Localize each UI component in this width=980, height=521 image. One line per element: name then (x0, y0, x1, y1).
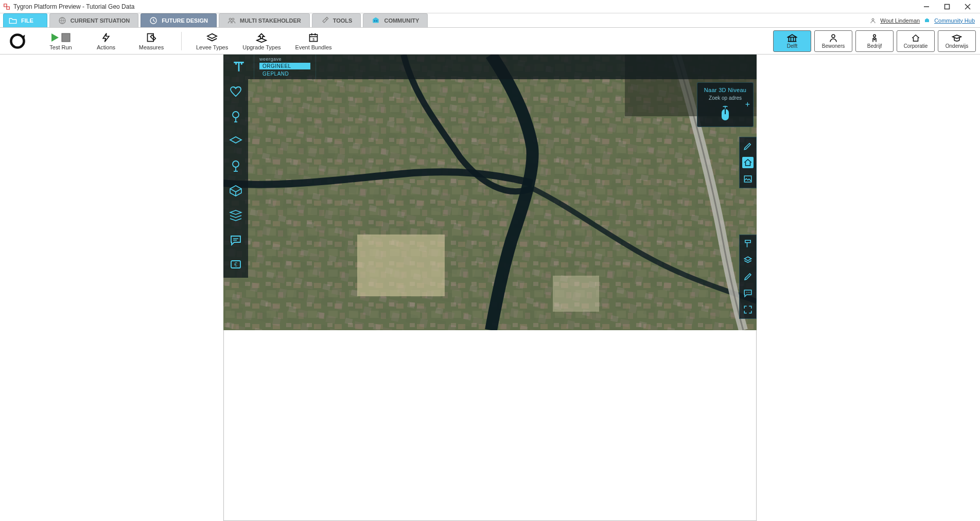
svg-text:€: € (234, 262, 237, 267)
map-left-toolbar: € (223, 79, 248, 278)
upgradetypes-group[interactable]: Upgrade Types (242, 32, 281, 50)
view-original-button[interactable]: ORGINEEL (259, 63, 310, 69)
tab-community-label: COMMUNITY (384, 17, 419, 24)
view-mode-panel: weergave ORGINEEL GEPLAND (254, 55, 316, 79)
eventbundles-group[interactable]: $ Event Bundles (295, 32, 332, 50)
user-icon (870, 17, 876, 24)
house-icon (911, 33, 920, 43)
add-icon[interactable]: + (745, 100, 750, 109)
view-planned-button[interactable]: GEPLAND (259, 70, 310, 77)
actions-group[interactable]: Actions (91, 32, 121, 50)
testrun-group[interactable]: Test Run (45, 32, 76, 50)
community-hub-link[interactable]: Community Hub (934, 17, 975, 24)
stack-icon[interactable] (228, 208, 243, 223)
stakeholder-onderwijs-label: Onderwijs (946, 43, 968, 49)
maximize-button[interactable] (937, 0, 957, 13)
leveetypes-group[interactable]: Levee Types (196, 32, 228, 50)
map-topbar: weergave ORGINEEL GEPLAND (223, 55, 757, 79)
svg-point-9 (376, 20, 378, 22)
satellite-map-icon (223, 55, 757, 330)
fullscreen-tool-icon[interactable] (742, 304, 754, 315)
stakeholder-bewoners-label: Bewoners (822, 43, 845, 49)
globe-icon (58, 16, 66, 25)
tab-multi-stakeholder[interactable]: MULTI STAKEHOLDER (219, 13, 310, 27)
pencil-icon[interactable] (742, 140, 754, 152)
tab-community[interactable]: COMMUNITY (363, 13, 428, 27)
map-floating-panel: Naar 3D Niveau Zoek op adres + (697, 82, 754, 127)
tree2-icon[interactable] (228, 158, 243, 174)
tree-icon[interactable] (228, 109, 243, 124)
svg-point-47 (746, 292, 747, 293)
community-small-icon (924, 17, 930, 24)
svg-text:$: $ (312, 37, 314, 41)
person-icon (829, 33, 838, 43)
measures-group[interactable]: Measures (136, 32, 167, 50)
money-icon[interactable]: € (228, 257, 243, 273)
layers-icon (206, 32, 218, 43)
svg-rect-1 (945, 4, 950, 9)
window-title: Tygron Platform Preview - Tutorial Geo D… (13, 3, 134, 10)
calendar-icon: $ (308, 32, 319, 43)
svg-point-48 (748, 292, 749, 293)
stakeholder-delft[interactable]: Delft (773, 30, 811, 52)
search-address-button[interactable]: Zoek op adres (709, 95, 742, 101)
tab-tools-label: TOOLS (333, 17, 353, 24)
eventbundles-label: Event Bundles (295, 44, 332, 50)
pen-tool-icon[interactable] (742, 271, 754, 282)
map-view[interactable]: weergave ORGINEEL GEPLAND € (223, 55, 757, 330)
tab-future-design[interactable]: FUTURE DESIGN (141, 13, 217, 27)
svg-rect-34 (553, 276, 599, 312)
chat-icon[interactable] (228, 232, 243, 248)
tab-current-situation[interactable]: CURRENT SITUATION (49, 13, 138, 27)
cube-icon[interactable] (228, 183, 243, 199)
stakeholder-onderwijs[interactable]: Onderwijs (938, 30, 976, 52)
upgrade-icon (256, 32, 267, 43)
layers-tool-icon[interactable] (742, 255, 754, 266)
stakeholder-bewoners[interactable]: Bewoners (814, 30, 852, 52)
tab-multi-label: MULTI STAKEHOLDER (240, 17, 301, 24)
titlebar: Tygron Platform Preview - Tutorial Geo D… (0, 0, 980, 13)
workspace: weergave ORGINEEL GEPLAND € (0, 55, 980, 521)
to-3d-button[interactable]: Naar 3D Niveau (704, 87, 746, 93)
stakeholder-corporatie[interactable]: Corporatie (897, 30, 935, 52)
close-button[interactable] (957, 0, 978, 13)
tab-file[interactable]: FILE (3, 13, 47, 27)
user-name-link[interactable]: Wout Lindeman (880, 17, 920, 24)
wrench-icon (321, 16, 329, 25)
business-icon (870, 33, 879, 43)
bolt-icon (101, 32, 111, 43)
measures-label: Measures (139, 44, 164, 50)
plane-icon[interactable] (228, 134, 243, 149)
play-icon (51, 33, 59, 42)
comment-tool-icon[interactable] (742, 288, 754, 299)
home-tool-icon[interactable] (742, 157, 754, 168)
map-right-toolbar-lower (739, 235, 757, 319)
minimize-button[interactable] (916, 0, 937, 13)
stakeholder-buttons: Delft Bewoners Bedrijf Corporatie Onderw… (773, 30, 976, 52)
clock-icon (149, 16, 157, 25)
svg-point-49 (749, 292, 750, 293)
app-round-logo-icon: a (8, 32, 27, 50)
ribbon-user-area: Wout Lindeman Community Hub (870, 13, 980, 27)
stakeholder-delft-label: Delft (787, 43, 798, 49)
stakeholder-corporatie-label: Corporatie (904, 43, 928, 49)
tab-tools[interactable]: TOOLS (312, 13, 361, 27)
weergave-label: weergave (259, 57, 310, 62)
community-icon (372, 16, 380, 25)
mouse-icon (719, 105, 732, 121)
brush-icon[interactable] (742, 238, 754, 249)
image-tool-icon[interactable] (742, 173, 754, 185)
bank-icon (787, 33, 797, 43)
tab-future-label: FUTURE DESIGN (162, 17, 208, 24)
ribbon-tabs: FILE CURRENT SITUATION FUTURE DESIGN MUL… (0, 13, 980, 28)
svg-point-20 (873, 34, 876, 37)
tab-current-label: CURRENT SITUATION (71, 17, 130, 24)
stakeholder-bedrijf[interactable]: Bedrijf (855, 30, 894, 52)
svg-point-7 (232, 18, 234, 20)
heart-icon[interactable] (228, 84, 243, 100)
graduation-icon (952, 33, 962, 43)
upgradetypes-label: Upgrade Types (242, 44, 281, 50)
svg-point-36 (233, 112, 239, 118)
stop-icon (62, 33, 70, 42)
map-t-logo-icon[interactable] (223, 55, 254, 79)
